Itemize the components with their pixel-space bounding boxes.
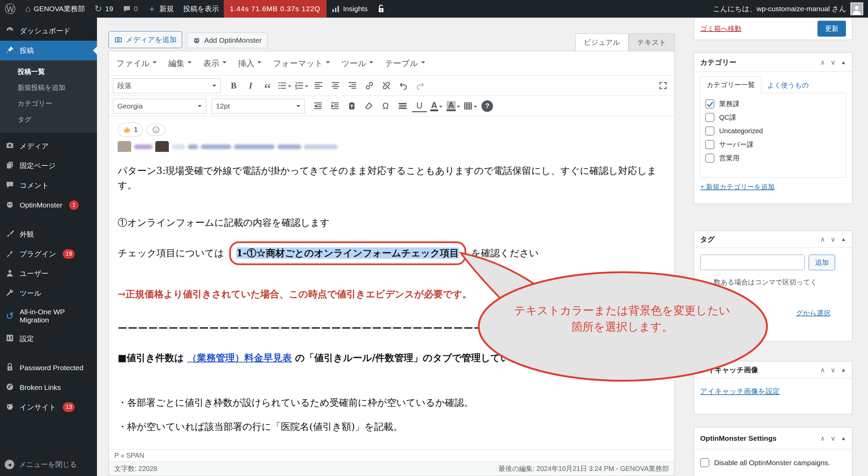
query-monitor-button[interactable]: 1.44s 71.6MB 0.37s 122Q xyxy=(224,0,327,18)
move-down-icon[interactable]: ∨ xyxy=(831,366,836,374)
toggle-panel-icon[interactable]: ▲ xyxy=(841,435,846,441)
category-checkbox[interactable] xyxy=(705,113,714,122)
set-featured-image-link[interactable]: アイキャッチ画像を設定 xyxy=(700,387,780,395)
toggle-panel-icon[interactable]: ▲ xyxy=(841,236,846,242)
selected-text[interactable]: 1-①☆商材ごとのオンラインフォームチェック項目 xyxy=(236,247,459,259)
tags-header[interactable]: タグ ∧ ∨ ▲ xyxy=(694,231,852,248)
sidebar-item-pages[interactable]: 固定ページ xyxy=(0,156,97,176)
sidebar-item-comments[interactable]: コメント xyxy=(0,176,97,195)
move-up-icon[interactable]: ∧ xyxy=(820,235,825,243)
move-to-trash-link[interactable]: ゴミ箱へ移動 xyxy=(700,24,741,33)
move-up-icon[interactable]: ∧ xyxy=(820,58,825,66)
menu-view[interactable]: 表示 xyxy=(203,58,226,69)
menu-insert[interactable]: 挿入 xyxy=(238,58,261,69)
sidebar-item-tools[interactable]: ツール xyxy=(0,283,97,303)
numbered-list-button[interactable] xyxy=(294,78,309,93)
bullet-list-button[interactable] xyxy=(277,78,292,93)
sidebar-item-settings[interactable]: 設定 xyxy=(0,329,97,349)
underline-button[interactable]: U xyxy=(412,100,427,112)
collapse-menu-button[interactable]: ◀ メニューを閉じる xyxy=(0,455,97,474)
content-link[interactable]: （業務管理）料金早見表 xyxy=(188,352,292,363)
toggle-panel-icon[interactable]: ▲ xyxy=(841,367,846,373)
user-greeting[interactable]: こんにちは、wp-customaize-manual さん xyxy=(713,4,846,14)
paste-as-text-button[interactable] xyxy=(344,99,359,114)
submenu-item-tags[interactable]: タグ xyxy=(0,112,97,127)
sidebar-item-users[interactable]: ユーザー xyxy=(0,264,97,283)
add-optinmonster-button[interactable]: Add OptinMonster xyxy=(187,33,267,48)
choose-from-tags-link[interactable]: グから選択 xyxy=(796,309,830,317)
horizontal-rule-button[interactable] xyxy=(395,99,410,114)
updates-link[interactable]: ↻ 19 xyxy=(90,0,118,18)
password-protected-status[interactable] xyxy=(372,0,390,18)
add-new-category-link[interactable]: + 新規カテゴリーを追加 xyxy=(700,182,775,192)
align-center-button[interactable] xyxy=(328,78,343,93)
menu-table[interactable]: テーブル xyxy=(385,58,425,69)
menu-tools[interactable]: ツール xyxy=(341,58,373,69)
indent-button[interactable] xyxy=(327,99,342,114)
sidebar-item-appearance[interactable]: 外観 xyxy=(0,224,97,244)
category-checkbox[interactable] xyxy=(705,126,714,136)
category-checkbox[interactable] xyxy=(705,140,714,149)
blockquote-button[interactable]: “ xyxy=(260,78,275,93)
site-name-link[interactable]: ⌂ GENOVA業務部 xyxy=(20,0,90,18)
comments-link[interactable]: 0 xyxy=(118,0,143,18)
sidebar-item-broken-links[interactable]: Broken Links xyxy=(0,378,97,397)
align-right-button[interactable] xyxy=(345,78,360,93)
sidebar-item-posts[interactable]: 投稿 xyxy=(0,41,97,60)
align-left-button[interactable] xyxy=(311,78,326,93)
sidebar-item-optinmonster[interactable]: OptinMonster 1 xyxy=(0,195,97,215)
user-avatar[interactable] xyxy=(850,2,863,15)
update-button[interactable]: 更新 xyxy=(817,21,846,37)
submenu-item-all-posts[interactable]: 投稿一覧 xyxy=(0,64,97,80)
wordpress-logo-menu[interactable]: Ⓦ xyxy=(0,0,20,18)
menu-format[interactable]: フォーマット xyxy=(273,58,330,69)
submenu-item-add-new[interactable]: 新規投稿を追加 xyxy=(0,80,97,96)
tab-all-categories[interactable]: カテゴリー一覧 xyxy=(700,77,761,93)
move-down-icon[interactable]: ∨ xyxy=(831,235,836,243)
clear-formatting-button[interactable] xyxy=(361,99,376,114)
bold-button[interactable]: B xyxy=(226,78,241,93)
link-button[interactable] xyxy=(362,78,377,93)
sidebar-item-media[interactable]: メディア xyxy=(0,136,97,156)
move-up-icon[interactable]: ∧ xyxy=(820,366,825,374)
tab-visual[interactable]: ビジュアル xyxy=(575,34,629,51)
font-family-select[interactable]: Georgia xyxy=(113,99,206,114)
categories-list[interactable]: 業務課 QC課 Uncategorized サーバー課 xyxy=(700,93,846,178)
help-button[interactable]: ? xyxy=(480,99,495,114)
sidebar-item-plugins[interactable]: プラグイン 19 xyxy=(0,244,97,264)
optinmonster-header[interactable]: OptinMonster Settings ∧ ∨ ▲ xyxy=(694,428,852,449)
move-down-icon[interactable]: ∨ xyxy=(831,58,836,66)
table-button[interactable] xyxy=(463,99,478,114)
thumbs-up-reaction[interactable]: 1 xyxy=(118,122,143,137)
fullscreen-button[interactable] xyxy=(655,78,670,93)
sidebar-item-insights[interactable]: インサイト 13 xyxy=(0,397,97,417)
submenu-item-categories[interactable]: カテゴリー xyxy=(0,96,97,112)
toggle-panel-icon[interactable]: ▲ xyxy=(841,59,846,65)
sidebar-item-ai1wm[interactable]: ↺ All-in-One WP Migration xyxy=(0,303,97,329)
add-tag-button[interactable]: 追加 xyxy=(809,255,835,270)
insights-menu[interactable]: Insights xyxy=(327,0,372,18)
element-path-bar[interactable]: P » SPAN xyxy=(109,449,674,461)
redo-button[interactable] xyxy=(413,78,428,93)
menu-file[interactable]: ファイル xyxy=(116,58,157,69)
view-post-link[interactable]: 投稿を表示 xyxy=(178,0,224,18)
new-content-menu[interactable]: ＋ 新規 xyxy=(142,0,178,18)
move-up-icon[interactable]: ∧ xyxy=(820,434,825,442)
outdent-button[interactable] xyxy=(310,99,325,114)
category-checkbox[interactable] xyxy=(705,154,714,163)
categories-header[interactable]: カテゴリー ∧ ∨ ▲ xyxy=(694,53,852,72)
featured-image-header[interactable]: アイキャッチ画像 ∧ ∨ ▲ xyxy=(694,361,852,378)
category-checkbox[interactable] xyxy=(705,99,714,108)
undo-button[interactable] xyxy=(396,78,411,93)
unlink-button[interactable] xyxy=(379,78,394,93)
text-color-button[interactable]: A xyxy=(429,99,444,114)
tab-most-used[interactable]: よく使うもの xyxy=(761,77,815,93)
move-down-icon[interactable]: ∨ xyxy=(831,434,836,442)
sidebar-item-password-protected[interactable]: Password Protected xyxy=(0,358,97,378)
sidebar-item-dashboard[interactable]: ダッシュボード xyxy=(0,18,97,41)
menu-edit[interactable]: 編集 xyxy=(168,58,192,69)
add-reaction-button[interactable] xyxy=(146,124,165,136)
special-character-button[interactable]: Ω xyxy=(378,99,393,114)
disable-campaigns-checkbox[interactable] xyxy=(700,458,709,467)
format-select[interactable]: 段落 xyxy=(113,78,221,93)
